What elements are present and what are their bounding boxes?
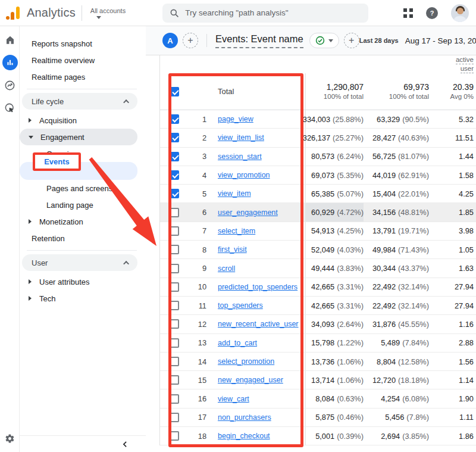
event-name-link[interactable]: begin_checkout [218,432,270,440]
table-row[interactable]: 7 select_item 54,913 (4.25%) 13,791 (19.… [160,222,476,241]
metric-percent: (4.25%) [337,226,364,235]
metric-percent: (3.31%) [337,282,364,291]
table-row[interactable]: 17 non_purchasers 5,875 (0.46%) 5,456 (7… [160,409,476,427]
table-row[interactable]: 16 view_cart 8,084 (0.63%) 4,254 (6.08%) [160,389,476,408]
event-name-link[interactable]: non_purchasers [218,413,271,422]
add-dimension-button[interactable]: + [344,33,359,48]
help-icon[interactable]: ? [426,7,438,19]
metric-value: 1.90 [459,394,474,403]
sidebar-item-pages-and-screens[interactable]: Pages and screens [20,180,146,197]
row-checkbox[interactable] [170,375,179,385]
table-row[interactable]: 9 scroll 49,444 (3.83%) 30,344 (43.37%) [160,259,476,278]
events-table: active user Total 1,290,807 100% of tota… [159,55,476,445]
sidebar-item-user-attributes[interactable]: User attributes [20,273,146,290]
sidebar-section-life-cycle[interactable]: Life cycle [22,93,137,110]
table-row[interactable]: 15 new_engaged_user 13,714 (1.06%) 12,72… [160,371,476,389]
event-name-link[interactable]: predicted_top_spenders [218,283,298,291]
row-checkbox[interactable] [170,394,179,404]
sidebar-item-retention[interactable]: Retention [20,230,146,247]
row-checkbox[interactable] [170,264,179,273]
add-comparison-button[interactable]: + [183,33,198,48]
explore-icon[interactable] [0,76,20,94]
expand-arrow-icon [29,219,32,224]
event-name-link[interactable]: select_item [218,227,255,235]
table-row[interactable]: 14 select_promotion 13,736 (1.06%) 8,804… [160,353,476,371]
table-row[interactable]: 13 add_to_cart 15,798 (1.22%) 5,489 (7.8… [160,334,476,353]
event-name-link[interactable]: view_promotion [218,171,270,179]
table-row[interactable]: 3 session_start 80,573 (6.24%) 56,725 (8… [160,148,476,166]
event-name-link[interactable]: new_recent_active_user [218,320,299,328]
event-name-link[interactable]: view_cart [218,395,249,403]
date-range-picker[interactable]: Aug 17 - Sep 13, 2025 [405,36,476,45]
table-row[interactable]: 8 first_visit 52,049 (4.03%) 49,984 (71.… [160,241,476,259]
event-count-cell: 42,665 (3.31%) [306,278,364,296]
event-name-link[interactable]: top_spenders [218,301,263,310]
row-checkbox[interactable] [170,338,179,348]
event-name-link[interactable]: view_item [218,189,251,198]
table-row[interactable]: 2 view_item_list 326,137 (25.27%) 28,427… [160,129,476,147]
sidebar-item-reports-snapshot[interactable]: Reports snapshot [20,35,146,52]
row-checkbox[interactable] [170,357,179,366]
total-value: 1,290,807 [306,82,364,92]
event-name-link[interactable]: new_engaged_user [218,376,283,384]
row-checkbox[interactable] [170,208,179,217]
row-checkbox[interactable] [170,282,179,292]
row-checkbox[interactable] [170,133,179,142]
row-checkbox[interactable] [170,245,179,254]
row-checkbox[interactable] [170,319,179,329]
row-checkbox[interactable] [170,189,179,198]
select-all-checkbox[interactable] [170,87,179,96]
event-name-link[interactable]: select_promotion [218,357,274,366]
table-row[interactable]: 18 begin_checkout 5,001 (0.39%) 2,694 (3… [160,427,476,445]
sidebar-section-user[interactable]: User [22,254,137,271]
row-checkbox[interactable] [170,114,179,124]
sidebar-item-tech[interactable]: Tech [20,290,146,307]
dimension-status-dropdown[interactable] [309,33,339,48]
event-name-link[interactable]: session_start [218,152,262,161]
event-count-cell: 15,798 (1.22%) [306,334,364,352]
event-name-link[interactable]: first_visit [218,245,247,254]
metric-value: 15,798 [311,338,334,347]
sidebar-item-label: Overview [46,149,79,158]
reports-icon[interactable] [0,54,20,71]
admin-gear-icon[interactable] [0,429,20,447]
event-name-link[interactable]: page_view [218,115,253,123]
search-input[interactable]: Try searching "path analysis" [162,4,368,23]
home-icon[interactable] [0,31,20,49]
metric-value: 5,456 [385,413,404,422]
sidebar-item-realtime-pages[interactable]: Realtime pages [20,68,146,85]
advertising-icon[interactable] [0,99,20,117]
sidebar-item-landing-page[interactable]: Landing page [20,197,146,213]
row-checkbox[interactable] [170,152,179,161]
sidebar-item-realtime-overview[interactable]: Realtime overview [20,52,146,68]
table-row[interactable]: 1 page_view 334,003 (25.88%) 63,329 (90.… [160,110,476,129]
diagnostics-grid-icon[interactable] [403,8,413,18]
users-cell: 30,344 (43.37%) [364,259,429,277]
row-checkbox[interactable] [170,301,179,310]
event-name-link[interactable]: user_engagement [218,208,278,217]
sidebar-item-events[interactable] [20,162,137,180]
row-checkbox[interactable] [170,226,179,236]
event-name-link[interactable]: scroll [218,264,235,273]
sidebar-collapse[interactable] [20,435,146,452]
row-checkbox[interactable] [170,413,179,422]
report-title[interactable]: Events: Event name [215,33,303,48]
sidebar-item-engagement[interactable]: Engagement [20,129,137,145]
sidebar-item-acquisition[interactable]: Acquisition [20,112,146,129]
event-name-link[interactable]: view_item_list [218,133,264,142]
table-row[interactable]: 10 predicted_top_spenders 42,665 (3.31%)… [160,278,476,297]
sidebar-item-overview[interactable]: Overview [20,145,146,162]
row-checkbox[interactable] [170,170,179,180]
column-header-active-user[interactable]: active user [429,55,476,73]
comparison-chip[interactable]: A [162,33,178,48]
avatar[interactable] [451,4,469,22]
sidebar-item-monetization[interactable]: Monetization [20,213,146,230]
table-row[interactable]: 6 user_engagement 60,929 (4.72%) 34,156 … [160,203,476,222]
table-row[interactable]: 12 new_recent_active_user 34,093 (2.64%)… [160,315,476,333]
account-switcher[interactable]: All accounts [90,7,126,19]
event-name-link[interactable]: add_to_cart [218,339,257,347]
row-checkbox[interactable] [170,431,179,441]
table-row[interactable]: 5 view_item 65,385 (5.07%) 15,404 (22.01… [160,185,476,203]
table-row[interactable]: 4 view_promotion 69,073 (5.35%) 44,019 (… [160,166,476,185]
table-row[interactable]: 11 top_spenders 42,665 (3.31%) 22,492 (3… [160,297,476,315]
